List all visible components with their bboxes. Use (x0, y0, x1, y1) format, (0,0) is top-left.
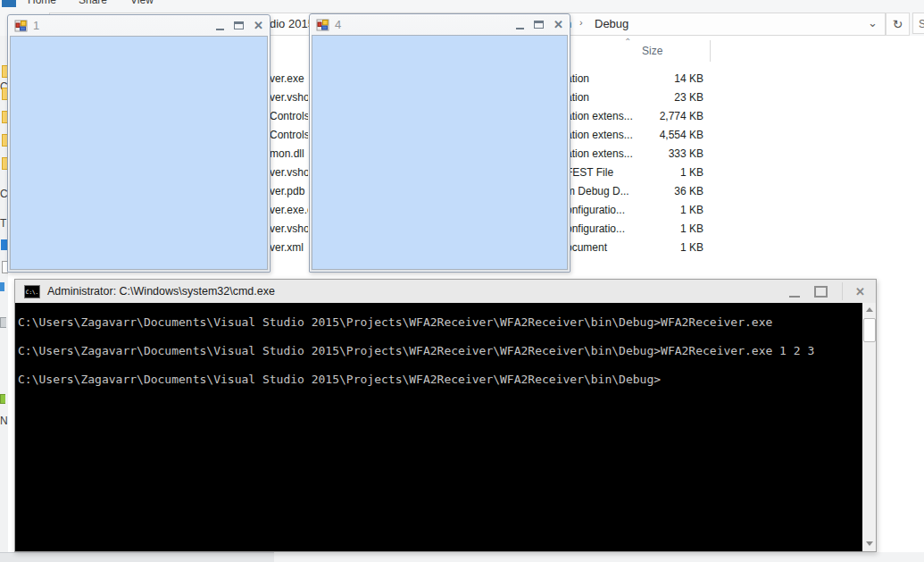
desktop: dio 2015 n › Debug ⌄ ↻ S Home Share View… (0, 0, 924, 562)
column-divider[interactable] (710, 40, 711, 62)
tab-home[interactable]: Home (28, 0, 56, 7)
maximize-icon[interactable] (534, 21, 544, 29)
form-window-4[interactable]: 4 ✕ (309, 13, 570, 273)
file-size: 1 KB (614, 166, 703, 179)
tab-view[interactable]: View (130, 0, 154, 7)
ribbon-tab-strip: Home Share View (0, 0, 924, 7)
cmd-icon-label: C:\. (26, 289, 38, 295)
form4-client-area[interactable] (312, 35, 568, 270)
minimize-icon[interactable] (216, 29, 224, 30)
refresh-button[interactable]: ↻ (886, 13, 910, 36)
winforms-app-icon (14, 19, 28, 32)
file-name-fragment: ver.vshos (270, 222, 308, 235)
form4-titlebar[interactable]: 4 ✕ (310, 14, 570, 35)
cmd-output: C:\Users\Zagavarr\Documents\Visual Studi… (15, 303, 876, 387)
file-size: 1 KB (614, 241, 703, 254)
file-name-fragment: ver.vshos (270, 91, 308, 104)
minimize-icon[interactable] (516, 28, 524, 29)
search-input[interactable]: S (912, 13, 924, 34)
tab-share[interactable]: Share (79, 0, 107, 7)
breadcrumb-separator-icon: › (579, 17, 583, 28)
file-size: 2,774 KB (614, 110, 703, 122)
file-name-fragment: Controls (270, 129, 308, 141)
titlebar-separator (842, 282, 843, 300)
refresh-icon: ↻ (893, 17, 903, 31)
file-size: 36 KB (614, 185, 703, 197)
close-icon[interactable]: ✕ (554, 19, 563, 30)
file-size: 23 KB (614, 91, 703, 104)
winforms-app-icon (316, 18, 329, 31)
file-size: 1 KB (614, 204, 703, 216)
tab-file[interactable] (2, 0, 16, 7)
file-name-fragment: mon.dll (270, 147, 308, 160)
file-name-fragment: ver.xml (270, 241, 308, 254)
breadcrumb-fragment[interactable]: dio 2015 (270, 17, 314, 30)
cmd-titlebar[interactable]: C:\. Administrator: C:\Windows\system32\… (15, 280, 876, 303)
scroll-down-icon[interactable] (862, 537, 876, 550)
form4-title: 4 (335, 18, 341, 31)
close-icon[interactable]: ✕ (855, 285, 865, 298)
status-bar-segment (0, 552, 274, 562)
form1-title: 1 (33, 19, 39, 32)
cmd-title: Administrator: C:\Windows\system32\cmd.e… (47, 285, 275, 298)
device-icon[interactable] (0, 317, 6, 328)
form1-client-area[interactable] (10, 36, 268, 270)
drive-icon[interactable] (0, 282, 4, 291)
file-size: 1 KB (614, 222, 703, 235)
chevron-down-icon[interactable]: ⌄ (868, 16, 878, 29)
file-size: 4,554 KB (614, 129, 703, 141)
close-icon[interactable]: ✕ (254, 20, 263, 31)
file-name-fragment: ver.pdb (270, 185, 308, 197)
maximize-icon[interactable] (234, 21, 244, 29)
maximize-icon[interactable] (814, 286, 828, 298)
cmd-icon: C:\. (24, 285, 40, 298)
nav-item-fragment[interactable]: N (0, 415, 8, 427)
scroll-up-icon[interactable] (862, 303, 876, 316)
scrollbar-thumb[interactable] (863, 318, 876, 342)
cmd-scrollbar[interactable] (862, 303, 876, 551)
form-window-1[interactable]: 1 ✕ (7, 14, 271, 273)
form1-titlebar[interactable]: 1 ✕ (8, 15, 270, 36)
file-size: 14 KB (614, 72, 703, 85)
file-name-fragment: ver.exe (270, 72, 308, 85)
breadcrumb-debug[interactable]: Debug (595, 17, 628, 30)
nav-item-fragment[interactable]: T (0, 217, 6, 230)
file-name-fragment: ver.vshos (270, 166, 308, 179)
column-header-size[interactable]: Size (642, 45, 662, 57)
sort-chevron-icon: ⌃ (624, 37, 631, 46)
this-pc-icon[interactable] (1, 239, 7, 250)
file-name-fragment: ver.exe.c (270, 204, 308, 216)
cmd-window[interactable]: C:\. Administrator: C:\Windows\system32\… (14, 279, 877, 552)
file-size: 333 KB (614, 147, 703, 160)
status-bar (0, 552, 924, 562)
minimize-icon[interactable] (789, 296, 800, 298)
cmd-console[interactable]: C:\Users\Zagavarr\Documents\Visual Studi… (15, 303, 876, 551)
search-text-fragment: S (919, 18, 924, 30)
network-device-icon[interactable] (0, 394, 5, 404)
file-name-fragment: Controls (270, 110, 308, 122)
